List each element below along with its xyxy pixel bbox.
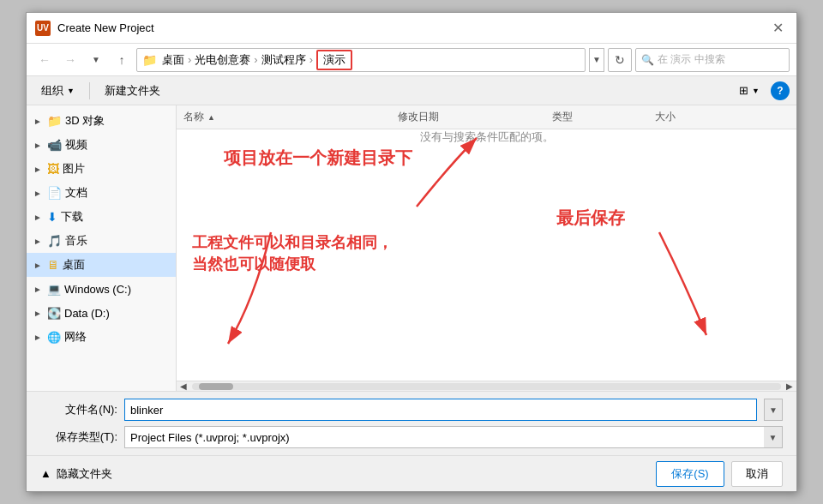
col-name-header[interactable]: 名称 ▲ [183,110,398,124]
annotation-layer: 项目放在一个新建目录下 工程文件可以和目录名相同，当然也可以随便取 最后 [177,129,796,381]
back-button[interactable]: ← [33,49,56,71]
sidebar-arrow-3d: ► [33,117,44,126]
scroll-thumb[interactable] [199,383,233,390]
forward-button[interactable]: → [59,49,81,71]
breadcrumb-item-desktop[interactable]: 桌面 [162,52,184,68]
close-button[interactable]: ✕ [767,18,788,39]
dropdown-recent-button[interactable]: ▼ [85,49,107,71]
cancel-button[interactable]: 取消 [731,461,783,487]
help-button[interactable]: ? [771,81,790,100]
breadcrumb-sep-2: › [254,53,257,66]
sidebar-folder-icon-downloads: ⬇ [47,210,57,224]
toolbar-separator [89,82,90,99]
sidebar-item-documents[interactable]: ► 📄 文档 [27,181,176,205]
refresh-button[interactable]: ↻ [608,48,632,72]
bottom-form-area: 文件名(N): ▼ 保存类型(T): Project Files (*.uvpr… [27,391,796,455]
sidebar-arrow-downloads: ► [33,213,44,222]
sidebar-item-downloads[interactable]: ► ⬇ 下载 [27,205,176,229]
title-bar: UV Create New Project ✕ [27,13,796,44]
breadcrumb-current[interactable]: 演示 [316,50,352,70]
filename-label: 文件名(N): [40,402,117,417]
sidebar-arrow-desktop: ► [33,261,44,270]
arrow-to-save [574,198,745,352]
col-date-header[interactable]: 修改日期 [398,110,552,124]
breadcrumb-item-contest[interactable]: 光电创意赛 [195,52,250,68]
scroll-right-button[interactable]: ▶ [783,381,796,391]
filetype-select[interactable]: Project Files (*.uvproj; *.uvprojx) [124,426,783,448]
sidebar-label-documents: 文档 [65,185,87,201]
sidebar-drive-icon-d: 💽 [47,307,61,320]
navigation-bar: ← → ▼ ↑ 📁 桌面 › 光电创意赛 › 测试程序 › 演示 ▼ ↻ 🔍 在… [27,44,796,76]
breadcrumb-sep-1: › [188,53,191,66]
filename-input[interactable] [124,399,757,421]
file-content-area: 没有与搜索条件匹配的项。 项目放在一个新建目录下 [177,129,796,381]
col-type-header[interactable]: 类型 [552,110,655,124]
new-folder-button[interactable]: 新建文件夹 [97,80,168,102]
sidebar-item-c-drive[interactable]: ► 💻 Windows (C:) [27,277,176,301]
breadcrumb-dropdown-button[interactable]: ▼ [589,48,604,72]
sidebar-arrow-documents: ► [33,189,44,198]
sidebar-arrow-c: ► [33,285,44,294]
main-area: ► 📁 3D 对象 ► 📹 视频 ► 🖼 图片 ► 📄 文档 ► ⬇ [27,105,796,391]
search-icon: 🔍 [641,54,654,66]
search-bar: 🔍 在 演示 中搜索 [635,48,790,72]
sidebar-item-d-drive[interactable]: ► 💽 Data (D:) [27,301,176,325]
sidebar-item-desktop[interactable]: ► 🖥 桌面 [27,253,176,277]
empty-message: 没有与搜索条件匹配的项。 [177,129,796,145]
sort-icon: ▲ [207,113,215,122]
sidebar-item-network[interactable]: ► 🌐 网络 [27,325,176,349]
scroll-left-button[interactable]: ◀ [177,381,190,391]
toolbar-right: ⊞ ▼ ? [731,81,790,100]
sidebar-arrow-music: ► [33,237,44,246]
sidebar-label-d: Data (D:) [64,307,110,320]
sidebar-arrow-d: ► [33,309,44,318]
sidebar-label-pictures: 图片 [63,161,85,177]
view-dropdown-icon: ▼ [752,87,760,95]
sidebar-label-downloads: 下载 [61,209,83,225]
sidebar-folder-icon-documents: 📄 [47,186,62,200]
view-button[interactable]: ⊞ ▼ [731,81,767,100]
sidebar-folder-icon-pictures: 🖼 [47,162,59,176]
annotation-note2: 工程文件可以和目录名相同，当然也可以随便取 [192,232,393,275]
sidebar-item-3d[interactable]: ► 📁 3D 对象 [27,109,176,133]
sidebar-network-icon: 🌐 [47,331,61,344]
arrow-to-breadcrumb [348,129,520,232]
sidebar: ► 📁 3D 对象 ► 📹 视频 ► 🖼 图片 ► 📄 文档 ► ⬇ [27,105,177,391]
annotation-note1: 项目放在一个新建目录下 [224,147,412,169]
save-button[interactable]: 保存(S) [656,461,724,487]
title-left: UV Create New Project [35,21,154,36]
organize-label: 组织 [41,83,63,99]
horizontal-scrollbar[interactable]: ◀ ▶ [177,381,796,391]
sidebar-label-3d: 3D 对象 [65,113,105,129]
breadcrumb-sep-3: › [309,53,313,66]
filename-dropdown-button[interactable]: ▼ [764,399,783,421]
sidebar-arrow-network: ► [33,333,44,342]
breadcrumb-item-test[interactable]: 测试程序 [261,52,306,68]
sidebar-label-music: 音乐 [65,233,87,249]
col-size-header[interactable]: 大小 [655,110,724,124]
sidebar-label-network: 网络 [64,329,87,345]
sidebar-drive-icon-c: 💻 [47,283,61,296]
organize-dropdown-icon: ▼ [67,87,75,95]
sidebar-item-music[interactable]: ► 🎵 音乐 [27,229,176,253]
sidebar-arrow-pictures: ► [33,165,44,174]
filetype-select-wrapper: Project Files (*.uvproj; *.uvprojx) ▼ [124,426,783,448]
scroll-track [192,383,781,390]
organize-button[interactable]: 组织 ▼ [33,80,82,102]
sidebar-folder-icon-music: 🎵 [47,234,62,248]
footer-buttons: 保存(S) 取消 [656,461,783,487]
sidebar-item-video[interactable]: ► 📹 视频 [27,133,176,157]
hide-folders-arrow: ▲ [40,467,51,480]
breadcrumb-bar: 📁 桌面 › 光电创意赛 › 测试程序 › 演示 [136,48,586,72]
dialog-window: UV Create New Project ✕ ← → ▼ ↑ 📁 桌面 › 光… [26,12,797,492]
sidebar-folder-icon-3d: 📁 [47,114,62,128]
filename-row: 文件名(N): ▼ [40,399,783,421]
up-button[interactable]: ↑ [111,49,133,71]
footer: ▲ 隐藏文件夹 保存(S) 取消 [27,455,796,491]
new-folder-label: 新建文件夹 [105,83,160,99]
sidebar-item-pictures[interactable]: ► 🖼 图片 [27,157,176,181]
annotation-note3: 最后保存 [556,207,625,229]
sidebar-label-desktop: 桌面 [63,257,85,273]
app-icon: UV [35,21,51,36]
hide-folders-toggle[interactable]: ▲ 隐藏文件夹 [40,466,112,482]
